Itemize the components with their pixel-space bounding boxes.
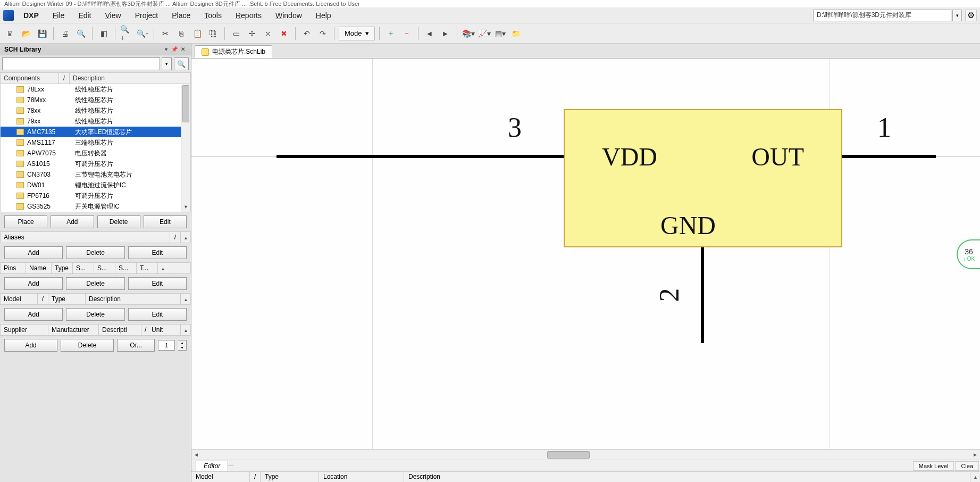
add-component-button[interactable]: Add — [51, 215, 94, 228]
hscroll-right-icon[interactable]: ► — [970, 450, 980, 460]
component-row[interactable]: AMC7135大功率LED恒流芯片 — [1, 127, 190, 137]
pins-col[interactable]: S... — [73, 263, 94, 273]
panel-pin-icon[interactable]: 📌 — [171, 46, 178, 53]
edit-alias-button[interactable]: Edit — [128, 246, 187, 259]
hscroll-left-icon[interactable]: ◄ — [191, 450, 201, 460]
delete-supplier-button[interactable]: Delete — [61, 339, 114, 352]
project-path-dropdown[interactable]: ▾ — [952, 10, 962, 21]
menu-view[interactable]: View — [99, 9, 128, 22]
pins-col[interactable]: S... — [115, 263, 137, 273]
components-scrollbar[interactable]: ▲ ▼ — [181, 84, 190, 212]
bottom-col-model[interactable]: Model — [191, 472, 250, 482]
status-badge[interactable]: 36 ↓ OK — [957, 239, 980, 269]
bottom-col-location[interactable]: Location — [319, 472, 404, 482]
component-row[interactable]: 79xx线性稳压芯片 — [1, 116, 190, 127]
component-row[interactable]: FP6716可调升压芯片 — [1, 190, 190, 201]
save-button[interactable]: 💾 — [35, 27, 49, 40]
pins-col[interactable]: T... — [137, 263, 158, 273]
delete-component-button[interactable]: Delete — [97, 215, 140, 228]
layers-button[interactable]: ◧ — [97, 27, 111, 40]
print-button[interactable]: 🖨 — [58, 27, 72, 40]
pins-col[interactable]: S... — [94, 263, 115, 273]
bottom-col-type[interactable]: Type — [261, 472, 319, 482]
select-button[interactable]: ▭ — [229, 27, 243, 40]
component-row[interactable]: CN3703三节锂电池充电芯片 — [1, 169, 190, 180]
menu-dxp[interactable]: DXP — [17, 9, 45, 22]
mode-dropdown[interactable]: Mode▾ — [339, 27, 375, 40]
supplier-desc-col[interactable]: Descripti — [99, 325, 141, 335]
col-sort[interactable]: / — [59, 73, 70, 84]
folder-button[interactable]: 📁 — [509, 27, 523, 40]
pins-col[interactable]: Name — [26, 263, 52, 273]
clear-button[interactable]: ✖ — [277, 27, 291, 40]
component-row[interactable]: 78Lxx线性稳压芯片 — [1, 84, 190, 95]
unit-col[interactable]: Unit — [148, 325, 181, 335]
menu-edit[interactable]: Edit — [72, 9, 97, 22]
panel-close-icon[interactable]: ✕ — [179, 46, 187, 53]
delete-model-button[interactable]: Delete — [66, 308, 124, 321]
hscroll-thumb[interactable] — [547, 451, 590, 459]
delete-pin-row-button[interactable]: Delete — [66, 277, 124, 290]
supplier-col[interactable]: Supplier — [1, 325, 48, 335]
col-components[interactable]: Components — [1, 73, 59, 84]
nav-back-button[interactable]: ◄ — [423, 27, 437, 40]
project-path-input[interactable] — [813, 10, 951, 21]
chart-button[interactable]: 📈▾ — [478, 27, 491, 40]
menu-help[interactable]: Help — [309, 9, 338, 22]
library-search-input[interactable] — [2, 57, 160, 70]
undo-button[interactable]: ↶ — [300, 27, 314, 40]
menu-file[interactable]: File — [46, 9, 71, 22]
component-row[interactable]: DW01锂电池过流保护IC — [1, 180, 190, 190]
schematic-canvas[interactable]: VDD OUT GND 3 1 2 .canvas .wire[data-nam… — [191, 59, 980, 449]
menu-tools[interactable]: Tools — [198, 9, 228, 22]
deselect-button[interactable]: ⤫ — [261, 27, 275, 40]
scroll-down-icon[interactable]: ▼ — [181, 202, 190, 212]
col-description[interactable]: Description — [70, 73, 190, 84]
menu-reports[interactable]: Reports — [229, 9, 268, 22]
edit-model-button[interactable]: Edit — [128, 308, 187, 321]
add-supplier-button[interactable]: Add — [4, 339, 57, 352]
move-button[interactable]: ✢ — [245, 27, 259, 40]
component-body[interactable]: VDD OUT GND — [564, 109, 842, 247]
document-tab[interactable]: 电源类芯片.SchLib — [195, 45, 272, 58]
order-qty-input[interactable]: 1 — [158, 340, 175, 351]
edit-component-button[interactable]: Edit — [144, 215, 187, 228]
model-collapse-icon[interactable]: ▴ — [181, 294, 190, 304]
add-model-button[interactable]: Add — [4, 308, 63, 321]
menu-window[interactable]: Window — [269, 9, 308, 22]
editor-tab[interactable]: Editor — [196, 461, 228, 471]
zoom-in-button[interactable]: 🔍+ — [120, 27, 133, 40]
settings-button[interactable]: ⚙ — [965, 10, 977, 21]
redo-button[interactable]: ↷ — [316, 27, 330, 40]
remove-pin-button[interactable]: － — [400, 27, 414, 40]
panel-dropdown-icon[interactable]: ▾ — [162, 46, 170, 53]
menu-project[interactable]: Project — [129, 9, 165, 22]
order-qty-spinner[interactable]: ▲▼ — [178, 340, 187, 351]
duplicate-button[interactable]: ⿻ — [206, 27, 220, 40]
place-button[interactable]: Place — [4, 215, 47, 228]
manufacturer-col[interactable]: Manufacturer — [48, 325, 99, 335]
edit-pin-row-button[interactable]: Edit — [128, 277, 187, 290]
supplier-collapse-icon[interactable]: ▴ — [181, 325, 190, 335]
paste-button[interactable]: 📋 — [190, 27, 204, 40]
aliases-header[interactable]: Aliases — [1, 232, 170, 243]
components-list[interactable]: 78Lxx线性稳压芯片78Mxx线性稳压芯片78xx线性稳压芯片79xx线性稳压… — [1, 84, 190, 212]
search-go-button[interactable]: 🔍 — [174, 57, 189, 70]
library-button[interactable]: 📚▾ — [462, 27, 475, 40]
nav-fwd-button[interactable]: ► — [439, 27, 453, 40]
aliases-collapse-icon[interactable]: ▴ — [181, 232, 190, 243]
add-pin-button[interactable]: ＋ — [384, 27, 398, 40]
preview-button[interactable]: 🔍 — [74, 27, 88, 40]
component-row[interactable]: 78xx线性稳压芯片 — [1, 105, 190, 116]
component-row[interactable]: 78Mxx线性稳压芯片 — [1, 95, 190, 105]
grid-button[interactable]: ▦▾ — [493, 27, 507, 40]
model-type-col[interactable]: Type — [48, 294, 86, 304]
horizontal-scrollbar[interactable]: ◄ ► — [191, 449, 980, 460]
component-row[interactable]: AS1015可调升压芯片 — [1, 159, 190, 169]
model-col[interactable]: Model — [1, 294, 38, 304]
pins-col[interactable]: Pins — [1, 263, 26, 273]
model-desc-col[interactable]: Description — [86, 294, 181, 304]
scroll-thumb[interactable] — [182, 85, 189, 122]
cut-button[interactable]: ✂ — [158, 27, 172, 40]
copy-button[interactable]: ⎘ — [174, 27, 188, 40]
